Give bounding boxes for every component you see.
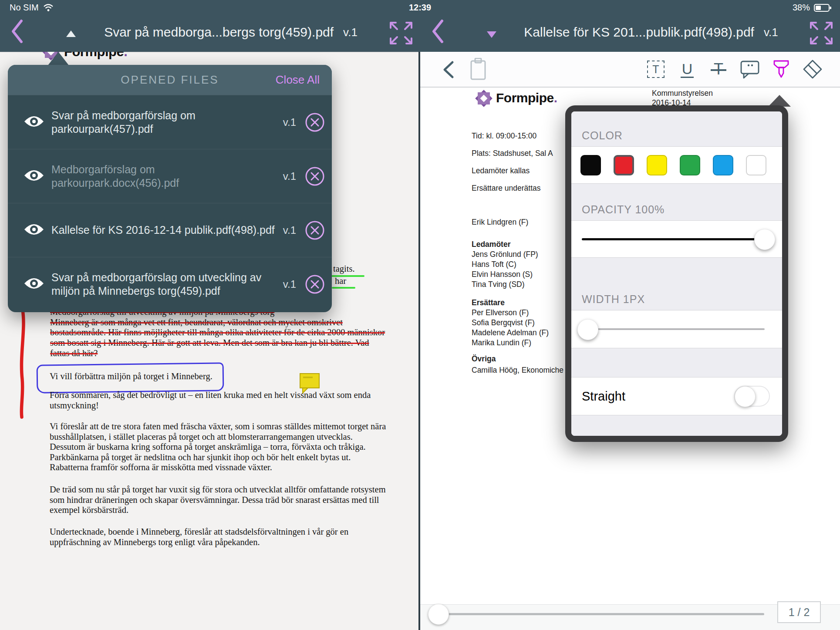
file-version: v.1 bbox=[283, 224, 296, 236]
width-slider-row bbox=[571, 310, 782, 348]
doc-member: Elvin Hansson (S) bbox=[472, 270, 533, 280]
struck-line: Minneberg är som många vet ett fint, beu… bbox=[50, 317, 343, 328]
pane-divider bbox=[418, 0, 420, 630]
app-screen: Formpipe. tagits. har Medborgarförslag t… bbox=[0, 0, 840, 630]
close-all-button[interactable]: Close All bbox=[276, 65, 320, 95]
struck-line: som bosatt sig i Minneberg. Här är gott … bbox=[50, 338, 369, 348]
right-back-icon[interactable] bbox=[430, 18, 445, 44]
highlighter-tool-button[interactable] bbox=[771, 59, 791, 79]
page-scrubber-bar: 1 / 2 bbox=[420, 604, 840, 630]
straight-toggle-knob bbox=[735, 386, 756, 407]
battery-icon bbox=[814, 3, 832, 13]
close-file-icon[interactable] bbox=[305, 112, 325, 132]
doc-fragment: har bbox=[335, 276, 346, 286]
opened-file-row[interactable]: Svar på medborgarförslag om parkourpark(… bbox=[8, 95, 332, 149]
left-doc-title[interactable]: Svar på medborga...bergs torg(459).pdfv.… bbox=[78, 19, 383, 45]
left-doc-version: v.1 bbox=[343, 26, 358, 39]
right-opened-files-toggle-icon[interactable] bbox=[487, 31, 496, 38]
straight-toggle[interactable] bbox=[734, 386, 770, 407]
color-swatch-green[interactable] bbox=[680, 155, 700, 175]
close-file-icon[interactable] bbox=[305, 220, 325, 240]
doc-member: Marika Lundin (F) bbox=[472, 338, 531, 348]
doc-fragment: tagits. bbox=[333, 264, 355, 274]
doc-section-heading: Övriga bbox=[472, 354, 496, 364]
color-swatch-black[interactable] bbox=[580, 155, 601, 175]
clipboard-icon[interactable] bbox=[469, 58, 487, 81]
popover-spacer bbox=[571, 348, 782, 377]
eye-icon bbox=[24, 168, 44, 182]
doc-member: Hans Toft (C) bbox=[472, 259, 516, 270]
color-swatch-row bbox=[571, 147, 782, 183]
textbox-tool-button[interactable]: T bbox=[646, 59, 666, 79]
formpipe-logo-icon bbox=[475, 89, 492, 107]
opacity-slider-track[interactable] bbox=[582, 238, 755, 240]
doc-member: Per Ellverson (F) bbox=[472, 308, 529, 318]
width-section-header: WIDTH 1PX bbox=[571, 258, 782, 310]
doc-paragraph: Undertecknade, boende i Minneberg, föres… bbox=[50, 527, 394, 547]
underline-tool-button[interactable]: U bbox=[677, 59, 697, 79]
file-version: v.1 bbox=[283, 116, 296, 128]
color-swatch-yellow[interactable] bbox=[647, 155, 667, 175]
opened-file-row[interactable]: Svar på medborgarförslag om utveckling a… bbox=[8, 257, 332, 311]
eye-icon bbox=[24, 222, 44, 236]
opened-files-header: OPENED FILES Close All bbox=[8, 65, 332, 95]
struck-line: bostadsområde. Här finns möjligheter til… bbox=[50, 327, 385, 338]
textbox-icon: T bbox=[647, 61, 665, 78]
color-swatch-white[interactable] bbox=[746, 155, 766, 175]
close-file-icon[interactable] bbox=[305, 166, 325, 186]
opened-file-row[interactable]: Kallelse för KS 2016-12-14 publik.pdf(49… bbox=[8, 203, 332, 257]
battery-percent: 38% bbox=[793, 3, 810, 13]
page-scrubber-track[interactable] bbox=[439, 613, 764, 615]
doc-member: Madelene Adelman (F) bbox=[472, 328, 549, 338]
color-swatch-blue[interactable] bbox=[713, 155, 733, 175]
doc-paragraph: Vi föreslår att de tre stora faten med f… bbox=[50, 421, 394, 473]
comment-tool-button[interactable] bbox=[740, 59, 760, 79]
doc-paragraph: De träd som nu står på torget har vuxit … bbox=[50, 485, 394, 515]
back-icon[interactable] bbox=[441, 61, 456, 79]
color-swatch-red[interactable] bbox=[614, 155, 634, 175]
doc-member: Camilla Höög, Ekonomiche bbox=[472, 365, 563, 375]
file-version: v.1 bbox=[283, 170, 296, 182]
file-name: Medborgarförslag om parkourpark.docx(456… bbox=[51, 163, 283, 190]
popover-spacer bbox=[571, 415, 782, 436]
left-fullscreen-icon[interactable] bbox=[389, 21, 413, 45]
underline-icon: U bbox=[681, 61, 694, 78]
highlighter-icon bbox=[771, 59, 791, 79]
green-underline-annotation bbox=[332, 287, 355, 289]
strikethrough-icon: T bbox=[714, 61, 723, 77]
opened-file-row[interactable]: Medborgarförslag om parkourpark.docx(456… bbox=[8, 149, 332, 203]
eraser-icon bbox=[803, 59, 823, 79]
doc-info-line: Tid: kl. 09:00-15:00 bbox=[472, 131, 536, 141]
eraser-tool-button[interactable] bbox=[803, 59, 823, 79]
page-indicator: 1 / 2 bbox=[777, 601, 821, 623]
doc-member: Jens Grönlund (FP) bbox=[472, 249, 538, 259]
straight-label: Straight bbox=[582, 389, 625, 404]
width-slider-track[interactable] bbox=[597, 328, 765, 330]
opacity-section-header: OPACITY 100% bbox=[571, 184, 782, 220]
right-doc-version: v.1 bbox=[764, 26, 778, 39]
doc-info-line: Plats: Stadshuset, Sal A bbox=[472, 148, 553, 158]
struck-line: fattas då här? bbox=[50, 348, 98, 359]
eye-icon bbox=[24, 276, 44, 290]
popover-arrow bbox=[768, 95, 791, 107]
opacity-slider-thumb[interactable] bbox=[754, 229, 775, 250]
doc-member: Sofia Bergqvist (F) bbox=[472, 318, 535, 328]
opened-files-toggle-icon[interactable] bbox=[66, 30, 76, 37]
doc-paragraph: Förra sommaren, såg det bedrövligt ut – … bbox=[50, 390, 394, 411]
right-fullscreen-icon[interactable] bbox=[809, 21, 833, 45]
close-file-icon[interactable] bbox=[305, 274, 325, 294]
width-slider-thumb[interactable] bbox=[577, 319, 598, 340]
opened-files-popover-tail bbox=[48, 52, 69, 65]
red-ink-stroke bbox=[16, 307, 30, 421]
right-doc-title[interactable]: Kallelse för KS 201...publik.pdf(498).pd… bbox=[501, 19, 801, 45]
opacity-slider-row bbox=[571, 220, 782, 258]
eye-icon bbox=[24, 115, 44, 128]
page-scrubber-thumb[interactable] bbox=[428, 604, 449, 625]
doc-attendee: Erik Lindgren (F) bbox=[472, 217, 528, 227]
strikethrough-tool-button[interactable]: T bbox=[708, 59, 729, 79]
doc-member: Tina Tving (SD) bbox=[472, 280, 525, 290]
color-section-header: COLOR bbox=[571, 111, 782, 146]
formpipe-logo: Formpipe. bbox=[475, 89, 557, 107]
file-name: Kallelse för KS 2016-12-14 publik.pdf(49… bbox=[51, 223, 283, 237]
left-back-icon[interactable] bbox=[10, 18, 24, 44]
